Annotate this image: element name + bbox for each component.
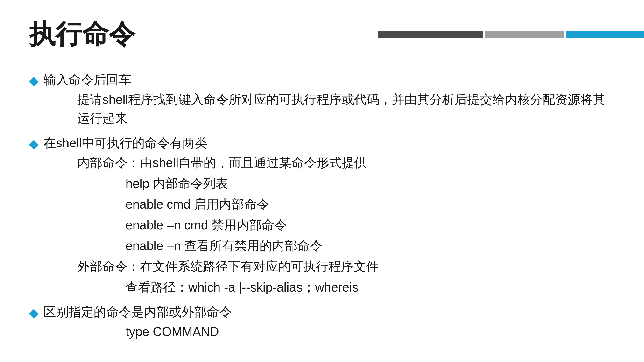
bar-dark	[378, 31, 483, 38]
bullet-3-text: 区别指定的命令是内部或外部命令	[44, 302, 232, 321]
bullet-1-subtext-content: 提请shell程序找到键入命令所对应的可执行程序或代码，并由其分析后提交给内核分…	[77, 90, 615, 128]
bar-blue	[566, 31, 644, 38]
bullet-3-subtext: type COMMAND	[126, 322, 615, 341]
bullet-2-sub-3: enable cmd 启用内部命令	[126, 195, 615, 214]
bullet-2-sub-7: 查看路径：which -a |--skip-alias；whereis	[126, 278, 615, 297]
bar-gray	[485, 31, 564, 38]
bullet-1-text: 输入命令后回车	[44, 70, 131, 89]
bullet-2-sub-4: enable –n cmd 禁用内部命令	[126, 216, 615, 234]
bullet-3-headline: ◆ 区别指定的命令是内部或外部命令	[29, 302, 615, 322]
bullet-item-2: ◆ 在shell中可执行的命令有两类 内部命令：由shell自带的，而且通过某命…	[29, 133, 615, 297]
color-bar	[378, 31, 644, 38]
bullet-2-sub-2: help 内部命令列表	[126, 174, 615, 193]
diamond-icon-1: ◆	[29, 71, 39, 90]
bullet-2-sub-1: 内部命令：由shell自带的，而且通过某命令形式提供	[77, 153, 615, 172]
slide: 执行命令 ◆ 输入命令后回车 提请shell程序找到键入命令所对应的可执行程序或…	[0, 0, 644, 362]
bullet-2-sub-5: enable –n 查看所有禁用的内部命令	[126, 236, 615, 255]
bullet-2-sub-6: 外部命令：在文件系统路径下有对应的可执行程序文件	[77, 257, 615, 276]
bullet-1-subtext: 提请shell程序找到键入命令所对应的可执行程序或代码，并由其分析后提交给内核分…	[29, 90, 615, 128]
bullet-item-1: ◆ 输入命令后回车 提请shell程序找到键入命令所对应的可执行程序或代码，并由…	[29, 70, 615, 128]
bullet-1-headline: ◆ 输入命令后回车	[29, 70, 615, 90]
diamond-icon-3: ◆	[29, 303, 39, 322]
content-area: ◆ 输入命令后回车 提请shell程序找到键入命令所对应的可执行程序或代码，并由…	[29, 70, 615, 341]
bullet-item-3: ◆ 区别指定的命令是内部或外部命令 type COMMAND	[29, 302, 615, 341]
bullet-2-text: 在shell中可执行的命令有两类	[44, 133, 208, 152]
bullet-2-headline: ◆ 在shell中可执行的命令有两类	[29, 133, 615, 153]
diamond-icon-2: ◆	[29, 134, 39, 153]
